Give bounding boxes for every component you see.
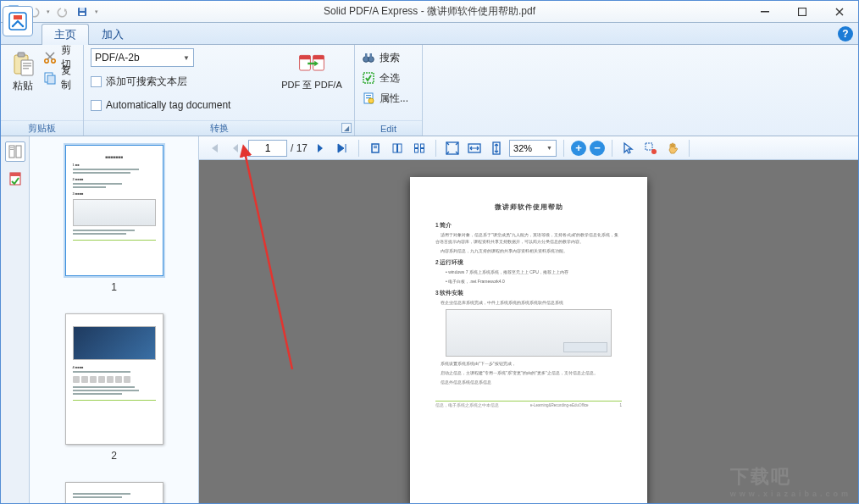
thumbnail-1-number: 1 bbox=[111, 281, 117, 293]
properties-button[interactable]: 属性... bbox=[362, 89, 408, 108]
embedded-screenshot bbox=[446, 309, 612, 357]
svg-rect-48 bbox=[421, 144, 424, 148]
scissors-icon bbox=[43, 51, 57, 64]
opt-auto-tag[interactable]: Automatically tag document bbox=[91, 96, 230, 114]
svg-rect-44 bbox=[393, 144, 397, 152]
tab-home[interactable]: 主页 bbox=[42, 24, 89, 45]
document-canvas[interactable]: 微讲师软件使用帮助 1 简介 适用于对象对象，信息系于"课堂成员"九人能力，英语… bbox=[199, 160, 858, 503]
fit-width-button[interactable] bbox=[465, 139, 484, 158]
facing-page-button[interactable] bbox=[410, 139, 429, 158]
titlebar: ▾ ▾ Solid PDF/A Express - 微讲师软件使用帮助.pdf bbox=[1, 1, 858, 23]
binoculars-icon bbox=[362, 51, 375, 64]
search-button[interactable]: 搜索 bbox=[362, 48, 408, 67]
window-controls bbox=[746, 1, 858, 23]
redo-button[interactable] bbox=[53, 3, 72, 21]
svg-rect-5 bbox=[80, 8, 85, 11]
svg-rect-15 bbox=[23, 63, 31, 64]
next-page-button[interactable] bbox=[311, 139, 330, 158]
save-button[interactable] bbox=[73, 3, 91, 21]
svg-rect-36 bbox=[16, 146, 21, 158]
app-window: ▾ ▾ Solid PDF/A Express - 微讲师软件使用帮助.pdf … bbox=[0, 0, 859, 504]
properties-icon bbox=[362, 91, 375, 105]
last-page-button[interactable] bbox=[333, 139, 352, 158]
svg-rect-37 bbox=[10, 147, 14, 148]
thumbnail-2-number: 2 bbox=[111, 450, 117, 462]
svg-rect-43 bbox=[374, 147, 377, 148]
left-rail bbox=[1, 136, 30, 503]
ribbon-tabs: 主页 加入 ? bbox=[1, 23, 858, 45]
page-toolbar: / 17 32%▼ + − bbox=[199, 136, 858, 160]
minimize-button[interactable] bbox=[746, 1, 784, 23]
fit-height-button[interactable] bbox=[487, 139, 506, 158]
close-button[interactable] bbox=[821, 1, 858, 23]
pdfa-format-combo[interactable]: PDF/A-2b▼ bbox=[91, 48, 194, 67]
page-total-label: / 17 bbox=[291, 142, 308, 154]
qa-customize-icon[interactable]: ▾ bbox=[92, 8, 101, 15]
window-title: Solid PDF/A Express - 微讲师软件使用帮助.pdf bbox=[1, 4, 858, 19]
prev-page-button[interactable] bbox=[226, 139, 245, 158]
paste-label: 粘贴 bbox=[13, 79, 33, 93]
thumbnails-panel-button[interactable] bbox=[5, 141, 25, 162]
chevron-down-icon: ▼ bbox=[546, 145, 552, 151]
fit-page-button[interactable] bbox=[443, 139, 462, 158]
thumbnail-1[interactable]: ■■■■■■■ 1 ■■ 2 ■■■■ 3 ■■■■ 1 bbox=[35, 145, 193, 293]
select-all-button[interactable]: 全选 bbox=[362, 69, 408, 87]
group-clipboard-label: 剪贴板 bbox=[1, 120, 83, 136]
svg-point-11 bbox=[22, 25, 24, 27]
page-number-input[interactable] bbox=[248, 140, 287, 157]
snapshot-tool-button[interactable] bbox=[641, 139, 660, 158]
first-page-button[interactable] bbox=[204, 139, 223, 158]
svg-rect-8 bbox=[799, 8, 806, 15]
document-pane: / 17 32%▼ + − bbox=[199, 136, 858, 503]
hand-tool-button[interactable] bbox=[663, 139, 682, 158]
maximize-button[interactable] bbox=[784, 1, 821, 23]
zoom-combo[interactable]: 32%▼ bbox=[509, 140, 557, 157]
zoom-out-button[interactable]: − bbox=[590, 141, 605, 156]
group-edit-label: Edit bbox=[355, 120, 422, 136]
svg-rect-46 bbox=[415, 144, 418, 148]
group-convert-label: 转换◢ bbox=[84, 120, 354, 136]
svg-rect-25 bbox=[313, 55, 324, 59]
app-menu-button[interactable] bbox=[3, 6, 33, 36]
tab-join[interactable]: 加入 bbox=[89, 24, 136, 44]
opt-searchable-layer[interactable]: 添加可搜索文本层 bbox=[91, 72, 230, 91]
page-view: 微讲师软件使用帮助 1 简介 适用于对象对象，信息系于"课堂成员"九人能力，英语… bbox=[410, 177, 647, 503]
select-tool-button[interactable] bbox=[619, 139, 638, 158]
svg-rect-28 bbox=[365, 53, 368, 58]
single-page-button[interactable] bbox=[366, 139, 385, 158]
thumbnail-3[interactable] bbox=[35, 482, 193, 503]
svg-rect-40 bbox=[10, 173, 20, 176]
dialog-launcher-icon[interactable]: ◢ bbox=[341, 123, 352, 133]
thumbnails-pane[interactable]: ■■■■■■■ 1 ■■ 2 ■■■■ 3 ■■■■ 1 4 ■■■■ bbox=[30, 136, 199, 503]
ribbon: 粘贴 剪切 复制 剪贴板 PDF bbox=[1, 45, 858, 136]
svg-point-54 bbox=[651, 149, 657, 154]
group-edit: 搜索 全选 属性... Edit bbox=[355, 45, 423, 136]
svg-rect-42 bbox=[374, 146, 377, 147]
svg-point-10 bbox=[12, 25, 14, 27]
validate-panel-button[interactable] bbox=[5, 169, 25, 189]
continuous-page-button[interactable] bbox=[388, 139, 407, 158]
svg-rect-7 bbox=[761, 11, 769, 13]
svg-rect-32 bbox=[366, 95, 371, 96]
doc-title: 微讲师软件使用帮助 bbox=[435, 202, 622, 212]
zoom-in-button[interactable]: + bbox=[571, 141, 586, 156]
chevron-down-icon: ▼ bbox=[183, 54, 190, 62]
pdf-to-pdfa-button[interactable]: PDF 至 PDF/A bbox=[276, 48, 347, 91]
svg-rect-16 bbox=[23, 65, 31, 67]
main-area: ■■■■■■■ 1 ■■ 2 ■■■■ 3 ■■■■ 1 4 ■■■■ bbox=[1, 136, 858, 503]
document-name-label: 微讲师软件使用帮助.pdf bbox=[427, 5, 535, 17]
undo-dropdown-icon[interactable]: ▾ bbox=[44, 8, 53, 15]
svg-rect-23 bbox=[300, 55, 311, 59]
checkbox-icon bbox=[91, 76, 102, 87]
svg-rect-49 bbox=[421, 148, 424, 152]
paste-button[interactable]: 粘贴 bbox=[8, 48, 38, 93]
svg-rect-38 bbox=[10, 149, 14, 150]
svg-point-34 bbox=[369, 98, 374, 103]
group-clipboard: 粘贴 剪切 复制 剪贴板 bbox=[1, 45, 84, 136]
help-button[interactable]: ? bbox=[838, 26, 853, 42]
copy-icon bbox=[43, 71, 57, 85]
watermark: 下载吧 www.xiazaiba.com bbox=[730, 464, 851, 498]
svg-rect-21 bbox=[47, 75, 55, 84]
copy-button[interactable]: 复制 bbox=[43, 69, 76, 87]
thumbnail-2[interactable]: 4 ■■■■ 2 bbox=[35, 313, 193, 462]
